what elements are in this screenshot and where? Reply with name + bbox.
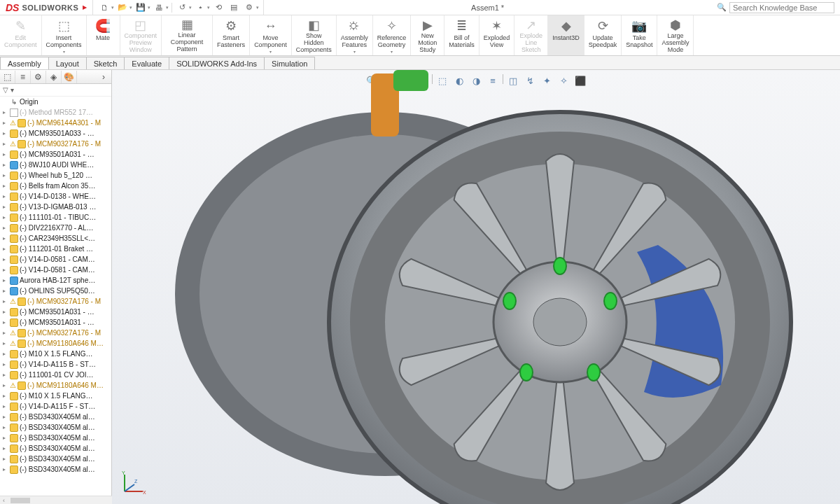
expand-icon[interactable]: ▸ bbox=[3, 351, 10, 357]
appearance-tab[interactable]: 🎨 bbox=[62, 71, 77, 83]
expand-icon[interactable]: ▸ bbox=[3, 424, 10, 430]
expand-icon[interactable]: ▸ bbox=[3, 361, 10, 368]
ribbon-mate[interactable]: 🧲 Mate bbox=[87, 15, 120, 55]
expand-icon[interactable]: ▸ bbox=[3, 120, 10, 126]
scroll-thumb[interactable] bbox=[10, 498, 30, 503]
ribbon-bom[interactable]: ≣ Bill ofMaterials bbox=[444, 15, 479, 55]
display-tab[interactable]: ◈ bbox=[46, 71, 62, 83]
tree-item[interactable]: ▸ (-) 111001-01 CV JOINT AUD bbox=[0, 370, 111, 380]
ribbon-move-component[interactable]: ↔ MoveComponent ▾ bbox=[250, 15, 292, 55]
tab-sketch[interactable]: Sketch bbox=[86, 57, 125, 69]
expand-icon[interactable]: ▸ bbox=[3, 330, 10, 336]
options-button[interactable]: ⚙ bbox=[242, 1, 256, 14]
tree-item[interactable]: ▸ (-) V14-D-A115 B - STEERING bbox=[0, 359, 111, 370]
tree-item[interactable]: ▸ (-) M10 X 1.5 FLANGE NUT_S bbox=[0, 349, 111, 359]
graphics-viewport[interactable]: 🔍🔎◯◻⬚◐◑≡◫↯✦✧⬛ bbox=[112, 70, 840, 504]
tree-item[interactable]: ▸ (-) 8WJ10 AUDI WHEEL BEAR bbox=[0, 160, 111, 170]
tree-item[interactable]: ▸ (-) MCM93501A031 - M10 SE bbox=[0, 307, 111, 317]
tree-item[interactable]: ▸ (-) BSD3430X405M alcon bra bbox=[0, 412, 111, 422]
tree-item[interactable]: ▸ ⚠ (-) MCM90327A176 - M bbox=[0, 328, 111, 338]
open-button[interactable]: 📂 bbox=[115, 1, 130, 14]
expand-icon[interactable]: ▸ bbox=[3, 382, 10, 388]
tree-horizontal-scrollbar[interactable]: ‹ bbox=[0, 496, 112, 504]
property-tab[interactable]: ≡ bbox=[15, 71, 31, 83]
ribbon-show-hidden[interactable]: ◧ ShowHiddenComponents bbox=[292, 15, 337, 55]
app-logo[interactable]: DS SOLIDWORKS ▶ bbox=[0, 0, 93, 15]
expand-icon[interactable]: ▸ bbox=[3, 235, 10, 241]
ribbon-linear-pattern[interactable]: ▦ Linear ComponentPattern ▾ bbox=[162, 15, 213, 55]
expand-icon[interactable]: ▸ bbox=[3, 340, 10, 346]
tab-assembly[interactable]: Assembly bbox=[0, 57, 49, 69]
expand-icon[interactable]: ▸ bbox=[3, 288, 10, 294]
tree-item[interactable]: ▸ ⚠ (-) MCM91180A646 M10 bbox=[0, 380, 111, 391]
view-button[interactable]: ▤ bbox=[227, 1, 241, 14]
tab-layout[interactable]: Layout bbox=[48, 57, 87, 69]
tree-item[interactable]: ▸ ⚠ (-) MCM96144A301 - M bbox=[0, 118, 111, 128]
tree-item[interactable]: ▸ (-) M10 X 1.5 FLANGE NUT_S bbox=[0, 391, 111, 401]
tree-item[interactable]: ▸ (-) OHLINS SUP5Q50 FRONT bbox=[0, 286, 111, 296]
expand-icon[interactable]: ▸ bbox=[3, 466, 10, 472]
tree-item[interactable]: ▸ (-) 111201-01 Braket caliper A bbox=[0, 244, 111, 254]
tree-item[interactable]: ▸ ⚠ (-) MCM91180A646 M10 bbox=[0, 338, 111, 349]
expand-icon[interactable]: ▸ bbox=[3, 445, 10, 451]
tree-item[interactable]: ▸ (-) V14-D-0581 - CAMBER W bbox=[0, 265, 111, 275]
expand-icon[interactable]: ▸ bbox=[3, 298, 10, 304]
config-tab[interactable]: ⚙ bbox=[31, 71, 46, 83]
ribbon-update-speedpak[interactable]: ⟳ UpdateSpeedpak bbox=[584, 15, 622, 55]
tree-item[interactable]: ▸ (-) 111101-01 - TIBUC UPRIG bbox=[0, 212, 111, 223]
tree-item[interactable]: ▸ (-) MCM93501A031 - M10 SE bbox=[0, 317, 111, 328]
ribbon-reference-geometry[interactable]: ✧ ReferenceGeometry ▾ bbox=[373, 15, 412, 55]
ribbon-large-assembly[interactable]: ⬢ LargeAssemblyMode bbox=[657, 15, 694, 55]
tree-item[interactable]: ▸ (-) BSD3430X405M alcon bra bbox=[0, 433, 111, 443]
new-doc-button[interactable]: 🗋 bbox=[97, 1, 111, 14]
tree-item[interactable]: ▸ (-) CAR2349H35SLL<1> (De bbox=[0, 233, 111, 244]
tree-item[interactable]: ▸ (-) MCM93501A031 - M10 SE bbox=[0, 149, 111, 160]
expand-icon[interactable]: ▸ bbox=[3, 225, 10, 231]
feature-tree[interactable]: ↳ Origin ▸ (-) Method MR552 17x8.0 5x1▸ … bbox=[0, 97, 111, 504]
rebuild-button[interactable]: ⟲ bbox=[211, 1, 225, 14]
tree-item[interactable]: ▸ (-) Method MR552 17x8.0 5x1 bbox=[0, 107, 111, 118]
expand-icon[interactable]: ▸ bbox=[3, 309, 10, 315]
tree-item[interactable]: ▸ (-) DIV2216X770 - ALCON BR bbox=[0, 223, 111, 233]
expand-icon[interactable]: ▸ bbox=[3, 151, 10, 158]
tree-item[interactable]: ▸ (-) Bells fram Alcon 355 5_12 bbox=[0, 181, 111, 191]
print-button[interactable]: 🖶 bbox=[152, 1, 166, 14]
ribbon-instant3d[interactable]: ◆ Instant3D bbox=[548, 15, 584, 55]
expand-icon[interactable]: ▸ bbox=[3, 267, 10, 273]
expand-icon[interactable]: ▸ bbox=[3, 277, 10, 284]
tree-item[interactable]: ▸ (-) BSD3430X405M alcon bra bbox=[0, 422, 111, 433]
expand-icon[interactable]: ▸ bbox=[3, 372, 10, 378]
ribbon-new-motion[interactable]: ▶ NewMotionStudy bbox=[411, 15, 444, 55]
expand-icon[interactable]: ▸ bbox=[3, 109, 10, 115]
expand-icon[interactable]: ▸ bbox=[3, 319, 10, 326]
expand-icon[interactable]: ▸ bbox=[3, 141, 10, 147]
search-input[interactable] bbox=[729, 2, 834, 13]
tree-item[interactable]: ▸ (-) V14-D-A115 F - STEERING bbox=[0, 401, 111, 412]
ribbon-take-snapshot[interactable]: 📷 TakeSnapshot bbox=[622, 15, 657, 55]
orientation-triad[interactable]: Y X Z bbox=[119, 469, 147, 497]
feature-tree-tab[interactable]: ⬚ bbox=[0, 71, 15, 83]
save-button[interactable]: 💾 bbox=[134, 1, 148, 14]
tree-item[interactable]: ▸ (-) V14-D-0581 - CAMBER W bbox=[0, 254, 111, 265]
expand-icon[interactable]: ▸ bbox=[3, 414, 10, 420]
tab-evaluate[interactable]: Evaluate bbox=[124, 57, 169, 69]
tree-item[interactable]: ▸ (-) Wheel hub 5_120 Rc<1> ( bbox=[0, 170, 111, 181]
ribbon-insert-components[interactable]: ⬚ InsertComponents ▾ bbox=[42, 15, 87, 55]
expand-icon[interactable]: ▸ bbox=[3, 204, 10, 210]
ribbon-smart-fasteners[interactable]: ⚙ SmartFasteners bbox=[213, 15, 250, 55]
expand-icon[interactable]: › bbox=[96, 71, 111, 83]
expand-icon[interactable]: ▸ bbox=[3, 130, 10, 136]
ribbon-assembly-features[interactable]: ⛭ AssemblyFeatures ▾ bbox=[337, 15, 373, 55]
ribbon-exploded-view[interactable]: ✶ ExplodedView bbox=[479, 15, 515, 55]
tree-item[interactable]: ▸ (-) V13-D-IGMAB-013 - WHE bbox=[0, 202, 111, 212]
expand-icon[interactable]: ▸ bbox=[3, 172, 10, 178]
expand-icon[interactable]: ▸ bbox=[3, 435, 10, 441]
tree-item[interactable]: ▸ ⚠ (-) MCM90327A176 - M bbox=[0, 296, 111, 307]
tab-solidworks-add-ins[interactable]: SOLIDWORKS Add-Ins bbox=[169, 57, 265, 69]
expand-icon[interactable]: ▸ bbox=[3, 246, 10, 252]
tree-item[interactable]: ▸ (-) BSD3430X405M alcon bra bbox=[0, 454, 111, 464]
expand-icon[interactable]: ▸ bbox=[3, 456, 10, 462]
tree-item[interactable]: ▸ Aurora HAB-12T spherical bbox=[0, 275, 111, 286]
expand-icon[interactable]: ▸ bbox=[3, 214, 10, 220]
tree-item[interactable]: ▸ (-) BSD3430X405M alcon bra bbox=[0, 443, 111, 454]
